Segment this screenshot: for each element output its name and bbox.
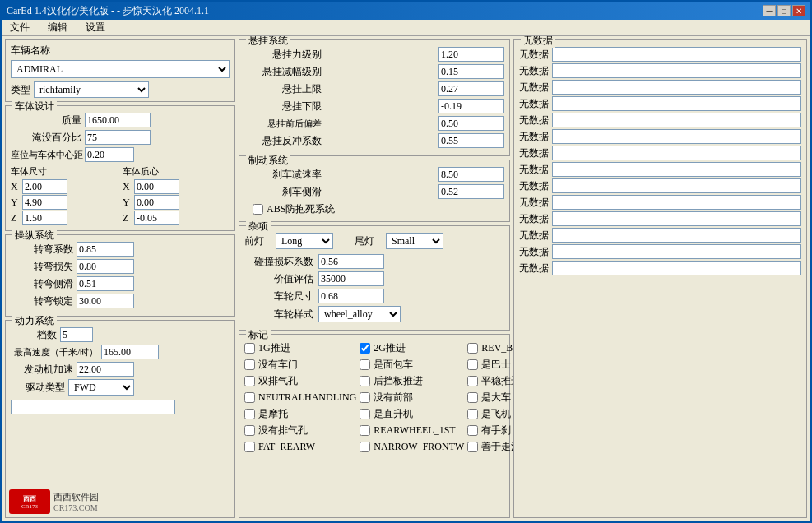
tag-is-bus-checkbox[interactable]: [467, 359, 478, 370]
no-data-label-4: 无数据: [519, 97, 549, 111]
no-data-row-7: 无数据: [519, 146, 801, 160]
center-z-input[interactable]: [134, 211, 179, 225]
tag-helicopter: 是直升机: [360, 407, 464, 421]
tag-narrow-frontw-checkbox[interactable]: [360, 442, 370, 452]
tag-rearwheel-checkbox[interactable]: [360, 425, 370, 436]
tag-big-car-checkbox[interactable]: [467, 392, 478, 403]
no-data-input-4[interactable]: [552, 96, 801, 111]
no-data-input-3[interactable]: [552, 80, 801, 95]
no-data-label-14: 无数据: [519, 262, 549, 275]
center-y-input[interactable]: [134, 195, 179, 210]
value-input[interactable]: [318, 271, 384, 286]
turn-coef-input[interactable]: [77, 242, 134, 257]
tag-2g: 2G推进: [360, 341, 464, 355]
front-light-select[interactable]: LongShortNone: [276, 233, 333, 249]
tag-rev-bonnet-checkbox[interactable]: [467, 343, 478, 354]
brake-slide-input[interactable]: [438, 184, 504, 199]
tags-group: 标记 1G推进 2G推进 REV_BONNET HANGING_BOOT 没有车…: [239, 334, 510, 518]
no-data-row-8: 无数据: [519, 162, 801, 177]
no-data-label-13: 无数据: [519, 245, 549, 259]
tag-dual-exhaust-checkbox[interactable]: [244, 376, 255, 386]
no-data-input-8[interactable]: [552, 162, 801, 177]
tag-rearwheel: REARWHEEL_1ST: [360, 423, 464, 437]
mass-label: 质量: [11, 113, 85, 127]
tag-bus-van-checkbox[interactable]: [360, 359, 370, 370]
tag-1g-checkbox[interactable]: [244, 343, 255, 354]
tag-no-exhaust: 没有排气孔: [244, 423, 356, 437]
size-x-input[interactable]: [22, 179, 67, 194]
tag-no-front: 没有前部: [360, 391, 464, 405]
suspension-title: 悬挂系统: [246, 36, 290, 48]
damage-input[interactable]: [85, 130, 151, 145]
no-data-input-14[interactable]: [552, 261, 801, 275]
sus-force-input[interactable]: [438, 47, 504, 62]
tag-no-exhaust-checkbox[interactable]: [244, 425, 255, 436]
tag-airplane-checkbox[interactable]: [467, 409, 478, 419]
tag-helicopter-checkbox[interactable]: [360, 409, 370, 419]
no-data-input-9[interactable]: [552, 178, 801, 193]
turn-slide-input[interactable]: [77, 276, 134, 291]
sus-lower-input[interactable]: [438, 99, 504, 113]
brake-decel-input[interactable]: [438, 167, 504, 182]
abs-checkbox[interactable]: [253, 204, 263, 215]
engine-accel-label: 发动机加速: [11, 363, 77, 377]
no-data-input-6[interactable]: [552, 129, 801, 144]
tag-dual-exhaust: 双排气孔: [244, 374, 356, 388]
tag-sand-checkbox[interactable]: [467, 442, 478, 452]
rear-light-select[interactable]: SmallLargeNone: [386, 233, 443, 249]
value-label: 价值评估: [244, 272, 318, 286]
maximize-button[interactable]: □: [777, 5, 791, 16]
seat-center-input[interactable]: [85, 147, 134, 162]
tags-title: 标记: [246, 328, 271, 342]
size-z-input[interactable]: [22, 211, 67, 225]
mass-input[interactable]: [85, 113, 151, 127]
tag-fat-rearw-checkbox[interactable]: [244, 442, 255, 452]
wheel-size-input[interactable]: [318, 289, 384, 303]
tag-no-door-checkbox[interactable]: [244, 359, 255, 370]
no-data-row-6: 无数据: [519, 129, 801, 144]
power-extra-input[interactable]: [11, 400, 175, 414]
minimize-button[interactable]: ─: [763, 5, 776, 16]
no-data-input-13[interactable]: [552, 244, 801, 259]
no-data-input-7[interactable]: [552, 146, 801, 160]
no-data-input-12[interactable]: [552, 228, 801, 243]
sus-spring-input[interactable]: [438, 133, 504, 148]
vehicle-name-select[interactable]: ADMIRAL: [11, 60, 230, 78]
tag-trunk-push-checkbox[interactable]: [360, 376, 370, 386]
gears-input[interactable]: [60, 327, 93, 342]
wheel-style-select[interactable]: wheel_alloywheel_normalwheel_sport: [318, 306, 401, 322]
tag-no-front-checkbox[interactable]: [360, 392, 370, 403]
center-x-input[interactable]: [134, 179, 179, 194]
sus-upper-input[interactable]: [438, 81, 504, 96]
collision-input[interactable]: [318, 254, 384, 269]
menu-file[interactable]: 文件: [5, 20, 35, 35]
close-button[interactable]: ✕: [792, 5, 805, 16]
no-data-input-10[interactable]: [552, 195, 801, 210]
sus-damp-input[interactable]: [438, 64, 504, 79]
turn-lock-input[interactable]: [77, 294, 134, 308]
max-speed-input[interactable]: [101, 345, 159, 359]
power-group: 动力系统 档数 最高速度（千米/时） 发动机加速 驱动类型 FWDRWDAWD: [5, 320, 235, 518]
no-data-input-5[interactable]: [552, 113, 801, 127]
menu-settings[interactable]: 设置: [81, 20, 110, 35]
no-data-input-2[interactable]: [552, 63, 801, 78]
sus-front-rear-input[interactable]: [438, 116, 504, 131]
type-select[interactable]: richfamily: [34, 81, 149, 98]
engine-accel-input[interactable]: [77, 362, 134, 377]
tag-motorcycle-checkbox[interactable]: [244, 409, 255, 419]
no-data-input-1[interactable]: [552, 47, 801, 62]
no-data-row-2: 无数据: [519, 63, 801, 78]
turn-loss-input[interactable]: [77, 259, 134, 274]
tag-handbrake-checkbox[interactable]: [467, 425, 478, 436]
tag-smooth-push-checkbox[interactable]: [467, 376, 478, 386]
no-data-input-11[interactable]: [552, 211, 801, 226]
tag-neutral-checkbox[interactable]: [244, 392, 255, 403]
steering-group: 操纵系统 转弯系数 转弯损失 转弯侧滑 转弯锁定: [5, 234, 235, 317]
drive-type-select[interactable]: FWDRWDAWD: [68, 379, 134, 396]
size-y-label: Y: [11, 197, 22, 209]
size-y-input[interactable]: [22, 195, 67, 210]
menu-edit[interactable]: 编辑: [43, 20, 72, 35]
turn-coef-label: 转弯系数: [11, 243, 77, 257]
tag-2g-checkbox[interactable]: [360, 343, 370, 354]
right-panel: 无数据 无数据 无数据 无数据 无数据: [513, 39, 807, 518]
